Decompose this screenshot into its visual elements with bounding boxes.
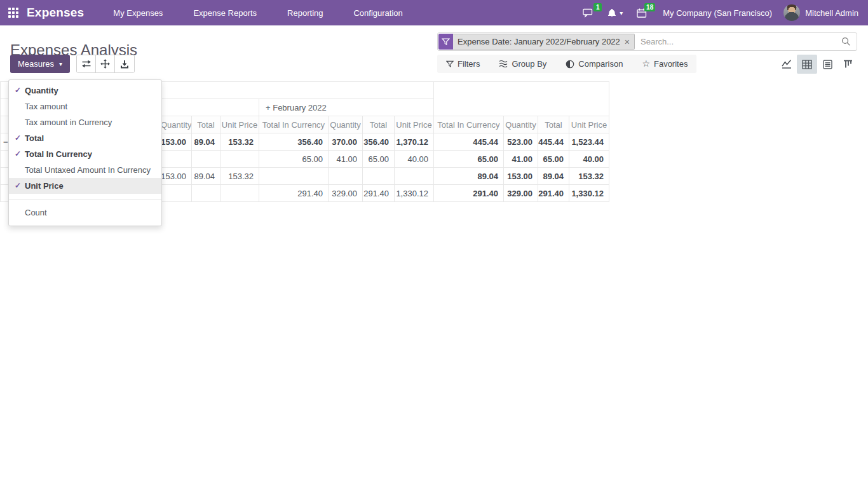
pivot-cell[interactable]: 153.32 [220, 133, 259, 151]
pivot-cell[interactable]: 153.00 [161, 168, 192, 185]
app-brand[interactable]: Expenses [27, 6, 84, 20]
measure-header[interactable]: Total In Currency [434, 116, 504, 133]
measure-header[interactable]: Unit Price [395, 116, 434, 133]
favorites-button[interactable]: ☆ Favorites [642, 59, 688, 69]
nav-item-reporting[interactable]: Reporting [280, 0, 330, 25]
graph-view-button[interactable] [776, 55, 797, 74]
download-button[interactable] [115, 55, 134, 72]
measures-button[interactable]: Measures ▾ [10, 55, 70, 73]
facet-filter-icon-box [438, 34, 453, 50]
pivot-cell[interactable]: 89.04 [192, 168, 220, 185]
pivot-cell[interactable]: 370.00 [329, 133, 363, 151]
pivot-cell[interactable] [220, 185, 259, 202]
pivot-cell[interactable]: 291.40 [434, 185, 504, 202]
pivot-cell[interactable] [363, 168, 395, 185]
cohort-view-button[interactable] [837, 55, 858, 74]
favorites-star-icon: ☆ [642, 58, 650, 69]
measure-header[interactable]: Total [363, 116, 395, 133]
group-by-button[interactable]: Group By [499, 59, 546, 69]
pivot-cell[interactable] [329, 168, 363, 185]
measure-item-total[interactable]: ✓ Total [9, 130, 161, 146]
pivot-cell[interactable] [395, 168, 434, 185]
activities-button[interactable]: 18 [630, 0, 654, 25]
pivot-cell[interactable]: 1,330.12 [395, 185, 434, 202]
search-input[interactable] [639, 36, 841, 47]
messages-button[interactable]: 1 [576, 0, 600, 25]
flip-axis-button[interactable] [77, 55, 96, 72]
expand-all-button[interactable] [96, 55, 115, 72]
measure-header[interactable]: Total In Currency [259, 116, 329, 133]
pivot-cell[interactable]: 89.04 [434, 168, 504, 185]
pivot-cell[interactable]: 65.00 [538, 151, 569, 168]
pivot-cell[interactable]: 291.40 [259, 185, 329, 202]
pivot-cell[interactable]: 291.40 [363, 185, 395, 202]
nav-item-configuration[interactable]: Configuration [346, 0, 410, 25]
pivot-cell[interactable]: 356.40 [363, 133, 395, 151]
pivot-cell[interactable]: 65.00 [363, 151, 395, 168]
measure-header[interactable]: Quantity [161, 116, 192, 133]
pivot-cell[interactable]: 89.04 [192, 133, 220, 151]
measure-item-quantity[interactable]: ✓ Quantity [9, 83, 161, 98]
measure-item-tax-amount-in-currency[interactable]: Tax amount in Currency [9, 114, 161, 130]
measure-item-tax-amount[interactable]: Tax amount [9, 98, 161, 114]
comparison-button[interactable]: Comparison [566, 59, 623, 69]
list-view-button[interactable] [817, 55, 837, 74]
nav-item-expense-reports[interactable]: Expense Reports [186, 0, 264, 25]
measure-header[interactable]: Unit Price [220, 116, 259, 133]
user-avatar[interactable] [783, 4, 800, 21]
pivot-col-grand-total[interactable] [434, 82, 609, 116]
pivot-cell[interactable]: 1,370.12 [395, 133, 434, 151]
nav-item-my-expenses[interactable]: My Expenses [105, 0, 170, 25]
pivot-cell[interactable] [192, 151, 220, 168]
search-bar[interactable]: Expense Date: January 2022/February 2022… [437, 32, 857, 51]
pivot-cell[interactable]: 329.00 [329, 185, 363, 202]
pivot-cell[interactable]: 445.44 [434, 133, 504, 151]
apps-menu-button[interactable] [0, 0, 27, 25]
pivot-cell[interactable]: 41.00 [504, 151, 538, 168]
pivot-cell[interactable]: 523.00 [504, 133, 538, 151]
measure-header[interactable]: Unit Price [569, 116, 609, 133]
pivot-cell[interactable]: 65.00 [259, 151, 329, 168]
pivot-col-group-february[interactable]: + February 2022 [259, 99, 434, 116]
pivot-cell[interactable]: 1,523.44 [569, 133, 609, 151]
activities-badge: 18 [644, 3, 655, 11]
pivot-cell[interactable]: 41.00 [329, 151, 363, 168]
pivot-cell[interactable]: 153.32 [569, 168, 609, 185]
pivot-view-button[interactable] [797, 55, 817, 74]
filters-label: Filters [458, 59, 480, 69]
measure-item-total-untaxed-amount-in-currency[interactable]: Total Untaxed Amount In Currency [9, 162, 161, 178]
pivot-cell[interactable]: 153.00 [161, 133, 192, 151]
measure-header[interactable]: Quantity [504, 116, 538, 133]
search-icon[interactable] [841, 37, 851, 46]
caret-down-icon: ▾ [620, 10, 623, 17]
pivot-cell[interactable]: 291.40 [538, 185, 569, 202]
filters-button[interactable]: Filters [446, 59, 480, 69]
measure-item-label: Tax amount in Currency [25, 118, 112, 127]
pivot-cell[interactable]: 89.04 [538, 168, 569, 185]
company-switcher[interactable]: My Company (San Francisco) [663, 8, 772, 18]
pivot-cell[interactable]: 40.00 [395, 151, 434, 168]
pivot-cell[interactable]: 445.44 [538, 133, 569, 151]
pivot-cell[interactable]: 65.00 [434, 151, 504, 168]
pivot-cell[interactable] [220, 151, 259, 168]
measure-header[interactable]: Total [538, 116, 569, 133]
pivot-cell[interactable]: 153.00 [504, 168, 538, 185]
measure-header[interactable]: Quantity [329, 116, 363, 133]
pivot-cell[interactable]: 1,330.12 [569, 185, 609, 202]
pivot-cell[interactable] [161, 185, 192, 202]
measure-item-label: Tax amount [25, 102, 67, 111]
pivot-cell[interactable] [259, 168, 329, 185]
pivot-cell[interactable] [161, 151, 192, 168]
pivot-cell[interactable]: 153.32 [220, 168, 259, 185]
pivot-cell[interactable]: 329.00 [504, 185, 538, 202]
user-menu[interactable]: Mitchell Admin [805, 8, 858, 18]
pivot-cell[interactable] [192, 185, 220, 202]
measure-item-count[interactable]: Count [9, 205, 161, 220]
notifications-button[interactable]: ▾ [600, 0, 630, 25]
measure-header[interactable]: Total [192, 116, 220, 133]
facet-remove-icon[interactable]: × [625, 37, 630, 47]
pivot-cell[interactable]: 356.40 [259, 133, 329, 151]
measure-item-total-in-currency[interactable]: ✓ Total In Currency [9, 146, 161, 162]
measure-item-unit-price[interactable]: ✓ Unit Price [9, 178, 161, 194]
pivot-cell[interactable]: 40.00 [569, 151, 609, 168]
